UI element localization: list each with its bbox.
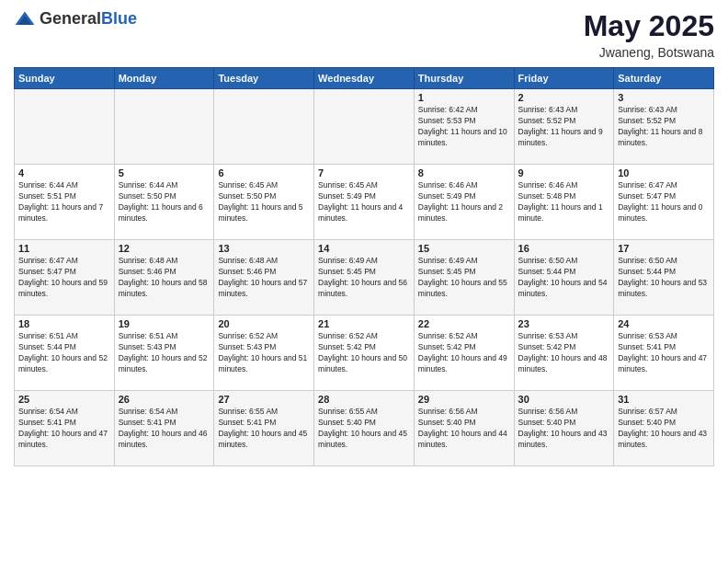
calendar-cell: 31Sunrise: 6:57 AM Sunset: 5:40 PM Dayli… [614, 391, 714, 466]
day-info: Sunrise: 6:52 AM Sunset: 5:42 PM Dayligh… [318, 331, 410, 375]
calendar-week-1: 1Sunrise: 6:42 AM Sunset: 5:53 PM Daylig… [15, 89, 714, 165]
day-number: 19 [119, 318, 210, 329]
calendar-cell: 14Sunrise: 6:49 AM Sunset: 5:45 PM Dayli… [314, 240, 415, 316]
calendar-cell: 16Sunrise: 6:50 AM Sunset: 5:44 PM Dayli… [514, 240, 614, 316]
day-number: 3 [618, 92, 710, 103]
calendar-body: 1Sunrise: 6:42 AM Sunset: 5:53 PM Daylig… [15, 89, 714, 466]
day-info: Sunrise: 6:53 AM Sunset: 5:41 PM Dayligh… [618, 331, 710, 375]
day-number: 24 [618, 318, 710, 329]
day-info: Sunrise: 6:42 AM Sunset: 5:53 PM Dayligh… [418, 105, 510, 149]
day-info: Sunrise: 6:50 AM Sunset: 5:44 PM Dayligh… [518, 256, 610, 300]
calendar-cell: 2Sunrise: 6:43 AM Sunset: 5:52 PM Daylig… [514, 89, 614, 165]
logo: GeneralBlue [14, 9, 137, 29]
day-info: Sunrise: 6:45 AM Sunset: 5:50 PM Dayligh… [218, 180, 310, 224]
calendar-table: SundayMondayTuesdayWednesdayThursdayFrid… [14, 67, 714, 466]
calendar-cell: 4Sunrise: 6:44 AM Sunset: 5:51 PM Daylig… [15, 165, 115, 240]
calendar-cell: 20Sunrise: 6:52 AM Sunset: 5:43 PM Dayli… [214, 316, 314, 391]
calendar-cell: 22Sunrise: 6:52 AM Sunset: 5:42 PM Dayli… [414, 316, 514, 391]
calendar-cell [15, 89, 115, 165]
calendar-cell: 18Sunrise: 6:51 AM Sunset: 5:44 PM Dayli… [15, 316, 115, 391]
day-number: 21 [318, 318, 410, 329]
calendar-cell: 17Sunrise: 6:50 AM Sunset: 5:44 PM Dayli… [614, 240, 714, 316]
day-number: 30 [518, 394, 610, 405]
day-info: Sunrise: 6:51 AM Sunset: 5:44 PM Dayligh… [18, 331, 110, 375]
day-number: 8 [418, 167, 510, 178]
day-info: Sunrise: 6:57 AM Sunset: 5:40 PM Dayligh… [618, 407, 710, 451]
calendar-header: SundayMondayTuesdayWednesdayThursdayFrid… [15, 68, 714, 89]
day-number: 23 [518, 318, 610, 329]
weekday-friday: Friday [514, 68, 614, 89]
day-number: 1 [418, 92, 510, 103]
day-number: 10 [618, 167, 710, 178]
location: Jwaneng, Botswana [584, 45, 714, 60]
title-block: May 2025 Jwaneng, Botswana [584, 9, 714, 60]
calendar-cell: 8Sunrise: 6:46 AM Sunset: 5:49 PM Daylig… [414, 165, 514, 240]
day-info: Sunrise: 6:56 AM Sunset: 5:40 PM Dayligh… [418, 407, 510, 451]
calendar-cell [314, 89, 415, 165]
header: GeneralBlue May 2025 Jwaneng, Botswana [14, 9, 714, 60]
logo-blue: Blue [101, 9, 137, 28]
day-info: Sunrise: 6:53 AM Sunset: 5:42 PM Dayligh… [518, 331, 610, 375]
day-number: 18 [18, 318, 110, 329]
day-number: 20 [218, 318, 310, 329]
day-info: Sunrise: 6:44 AM Sunset: 5:51 PM Dayligh… [18, 180, 110, 224]
day-number: 26 [119, 394, 210, 405]
day-number: 5 [119, 167, 210, 178]
weekday-monday: Monday [114, 68, 214, 89]
day-info: Sunrise: 6:49 AM Sunset: 5:45 PM Dayligh… [418, 256, 510, 300]
month-title: May 2025 [584, 9, 714, 43]
weekday-sunday: Sunday [15, 68, 115, 89]
calendar-cell: 30Sunrise: 6:56 AM Sunset: 5:40 PM Dayli… [514, 391, 614, 466]
weekday-tuesday: Tuesday [214, 68, 314, 89]
logo-general: General [40, 9, 101, 28]
calendar-cell: 15Sunrise: 6:49 AM Sunset: 5:45 PM Dayli… [414, 240, 514, 316]
calendar-cell: 12Sunrise: 6:48 AM Sunset: 5:46 PM Dayli… [114, 240, 214, 316]
calendar-cell: 6Sunrise: 6:45 AM Sunset: 5:50 PM Daylig… [214, 165, 314, 240]
calendar-cell: 24Sunrise: 6:53 AM Sunset: 5:41 PM Dayli… [614, 316, 714, 391]
day-number: 2 [518, 92, 610, 103]
weekday-row: SundayMondayTuesdayWednesdayThursdayFrid… [15, 68, 714, 89]
day-info: Sunrise: 6:45 AM Sunset: 5:49 PM Dayligh… [318, 180, 410, 224]
day-info: Sunrise: 6:54 AM Sunset: 5:41 PM Dayligh… [119, 407, 210, 451]
day-number: 27 [218, 394, 310, 405]
day-number: 16 [518, 243, 610, 254]
day-number: 12 [119, 243, 210, 254]
day-number: 6 [218, 167, 310, 178]
day-info: Sunrise: 6:54 AM Sunset: 5:41 PM Dayligh… [18, 407, 110, 451]
day-number: 15 [418, 243, 510, 254]
logo-icon [14, 10, 36, 29]
calendar-week-2: 4Sunrise: 6:44 AM Sunset: 5:51 PM Daylig… [15, 165, 714, 240]
day-number: 22 [418, 318, 510, 329]
day-info: Sunrise: 6:43 AM Sunset: 5:52 PM Dayligh… [518, 105, 610, 149]
day-info: Sunrise: 6:48 AM Sunset: 5:46 PM Dayligh… [119, 256, 210, 300]
day-info: Sunrise: 6:52 AM Sunset: 5:43 PM Dayligh… [218, 331, 310, 375]
day-number: 14 [318, 243, 410, 254]
calendar-cell: 11Sunrise: 6:47 AM Sunset: 5:47 PM Dayli… [15, 240, 115, 316]
calendar-cell [214, 89, 314, 165]
calendar-cell: 21Sunrise: 6:52 AM Sunset: 5:42 PM Dayli… [314, 316, 415, 391]
day-number: 25 [18, 394, 110, 405]
page: GeneralBlue May 2025 Jwaneng, Botswana S… [0, 0, 728, 563]
day-number: 4 [18, 167, 110, 178]
day-info: Sunrise: 6:52 AM Sunset: 5:42 PM Dayligh… [418, 331, 510, 375]
calendar-cell [114, 89, 214, 165]
calendar-week-3: 11Sunrise: 6:47 AM Sunset: 5:47 PM Dayli… [15, 240, 714, 316]
day-number: 11 [18, 243, 110, 254]
day-info: Sunrise: 6:51 AM Sunset: 5:43 PM Dayligh… [119, 331, 210, 375]
calendar-cell: 23Sunrise: 6:53 AM Sunset: 5:42 PM Dayli… [514, 316, 614, 391]
calendar-cell: 1Sunrise: 6:42 AM Sunset: 5:53 PM Daylig… [414, 89, 514, 165]
calendar-cell: 7Sunrise: 6:45 AM Sunset: 5:49 PM Daylig… [314, 165, 415, 240]
day-info: Sunrise: 6:55 AM Sunset: 5:41 PM Dayligh… [218, 407, 310, 451]
calendar-cell: 9Sunrise: 6:46 AM Sunset: 5:48 PM Daylig… [514, 165, 614, 240]
day-info: Sunrise: 6:49 AM Sunset: 5:45 PM Dayligh… [318, 256, 410, 300]
calendar-cell: 25Sunrise: 6:54 AM Sunset: 5:41 PM Dayli… [15, 391, 115, 466]
calendar-cell: 26Sunrise: 6:54 AM Sunset: 5:41 PM Dayli… [114, 391, 214, 466]
day-info: Sunrise: 6:47 AM Sunset: 5:47 PM Dayligh… [18, 256, 110, 300]
day-info: Sunrise: 6:43 AM Sunset: 5:52 PM Dayligh… [618, 105, 710, 149]
day-number: 7 [318, 167, 410, 178]
weekday-thursday: Thursday [414, 68, 514, 89]
day-info: Sunrise: 6:47 AM Sunset: 5:47 PM Dayligh… [618, 180, 710, 224]
day-info: Sunrise: 6:44 AM Sunset: 5:50 PM Dayligh… [119, 180, 210, 224]
logo-text: GeneralBlue [40, 9, 137, 29]
day-number: 17 [618, 243, 710, 254]
